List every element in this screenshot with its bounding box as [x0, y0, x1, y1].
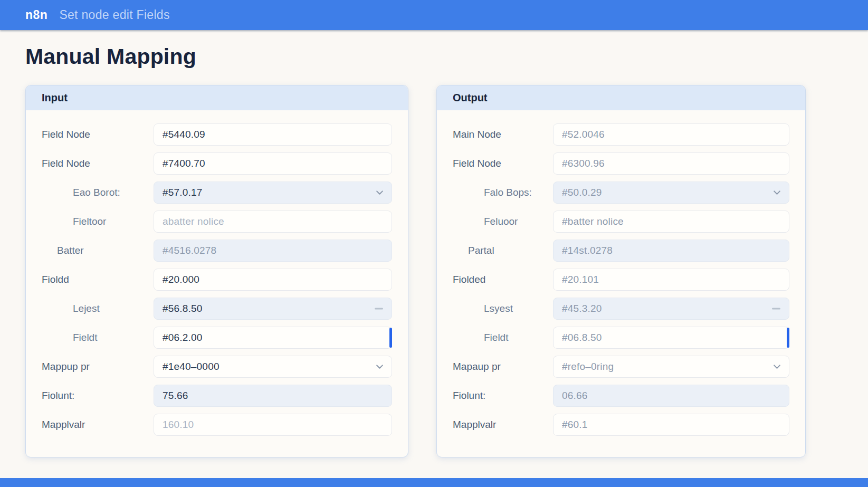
field-value: 160.10 [163, 419, 194, 431]
field-row: Lsyest#45.3.20 [453, 298, 789, 320]
field-row: Eao Borot:#57.0.17 [42, 182, 392, 204]
focus-caret [389, 328, 392, 348]
output-panel-title: Output [453, 92, 488, 104]
field-value: #refo–0ring [562, 361, 614, 373]
footer-bar [0, 478, 868, 487]
field-value: #6300.96 [562, 158, 605, 169]
field-row: Mapplvalr160.10 [42, 414, 392, 436]
text-input[interactable]: #5440.09 [154, 123, 392, 146]
field-value: #5440.09 [163, 129, 205, 140]
field-label: Falo Bops: [453, 187, 553, 198]
stepper-input[interactable]: #56.8.50 [154, 298, 392, 320]
field-row: Field Node#7400.70 [42, 152, 392, 175]
select-input[interactable]: #refo–0ring [553, 356, 789, 378]
field-row: Mapplvalr#60.1 [453, 414, 789, 436]
stepper-input[interactable]: #45.3.20 [553, 298, 789, 320]
text-input[interactable]: 160.10 [154, 414, 392, 436]
brand-logo: n8n [25, 8, 47, 22]
text-input[interactable]: #20.101 [553, 269, 789, 291]
disabled-input: #4516.0278 [154, 240, 392, 262]
field-row: Field Node#5440.09 [42, 123, 392, 146]
text-input[interactable]: abatter nolice [154, 211, 392, 233]
field-value: #56.8.50 [163, 303, 203, 314]
disabled-input: 06.66 [553, 385, 789, 407]
input-panel-title: Input [42, 92, 68, 104]
select-input[interactable]: #57.0.17 [154, 182, 392, 204]
field-value: #20.000 [163, 274, 199, 285]
input-panel: Input Field Node#5440.09Field Node#7400.… [25, 85, 408, 457]
field-label: Fieldt [42, 332, 154, 343]
field-value: #50.0.29 [562, 187, 602, 198]
page-title: Manual Mapping [25, 44, 868, 69]
chevron-down-icon[interactable] [772, 188, 782, 198]
field-row: Fieldt#06.8.50 [453, 327, 789, 349]
focus-caret [787, 328, 789, 348]
field-value: 06.66 [562, 390, 588, 402]
chevron-down-icon[interactable] [375, 362, 385, 372]
chevron-down-icon[interactable] [772, 362, 782, 372]
input-panel-header: Input [26, 85, 408, 110]
text-input[interactable]: #06.8.50 [553, 327, 789, 349]
field-value: #14st.0278 [562, 245, 613, 256]
field-label: Partal [453, 245, 553, 256]
field-row: Fioldd#20.000 [42, 269, 392, 291]
field-label: Fiolded [453, 274, 553, 285]
field-row: Mappup pr#1e40–0000 [42, 356, 392, 378]
field-label: Mapplvalr [42, 419, 154, 431]
field-value: 75.66 [163, 390, 188, 402]
field-row: Fiolunt:06.66 [453, 385, 789, 407]
field-row: Falo Bops:#50.0.29 [453, 182, 789, 204]
text-input[interactable]: #batter nolice [553, 211, 789, 233]
field-label: Main Node [453, 129, 553, 140]
field-label: Lejest [42, 303, 154, 314]
output-panel-header: Output [437, 85, 805, 110]
field-value: #52.0046 [562, 129, 605, 140]
text-input[interactable]: #60.1 [553, 414, 789, 436]
disabled-input: #14st.0278 [553, 240, 789, 262]
minus-icon [772, 308, 780, 310]
text-input[interactable]: #06.2.00 [154, 327, 392, 349]
field-value: #4516.0278 [163, 245, 216, 256]
field-value: #57.0.17 [163, 187, 203, 198]
field-label: Fieltoor [42, 216, 154, 227]
text-input[interactable]: #6300.96 [553, 152, 789, 175]
field-value: #06.8.50 [562, 332, 602, 343]
field-label: Field Node [42, 158, 154, 169]
field-row: Fieldt#06.2.00 [42, 327, 392, 349]
minus-icon [375, 308, 383, 310]
field-label: Lsyest [453, 303, 553, 314]
output-panel-body: Main Node#52.0046Field Node#6300.96Falo … [437, 110, 805, 457]
field-value: #60.1 [562, 419, 588, 431]
field-label: Fieldt [453, 332, 553, 343]
field-label: Feluoor [453, 216, 553, 227]
field-value: #1e40–0000 [163, 361, 220, 373]
field-label: Mappup pr [42, 361, 154, 373]
field-row: Feluoor#batter nolice [453, 211, 789, 233]
field-label: Fiolunt: [453, 390, 553, 402]
field-value: #batter nolice [562, 216, 624, 227]
output-panel: Output Main Node#52.0046Field Node#6300.… [436, 85, 806, 457]
field-label: Field Node [42, 129, 154, 140]
select-input[interactable]: #50.0.29 [553, 182, 789, 204]
field-row: Mapaup pr#refo–0ring [453, 356, 789, 378]
field-label: Fioldd [42, 274, 154, 285]
chevron-down-icon[interactable] [375, 188, 385, 198]
text-input[interactable]: #7400.70 [154, 152, 392, 175]
field-label: Eao Borot: [42, 187, 154, 198]
field-value: #06.2.00 [163, 332, 203, 343]
field-row: Batter#4516.0278 [42, 240, 392, 262]
field-row: Lejest#56.8.50 [42, 298, 392, 320]
field-value: #7400.70 [163, 158, 205, 169]
input-panel-body: Field Node#5440.09Field Node#7400.70Eao … [26, 110, 408, 457]
field-value: #45.3.20 [562, 303, 602, 314]
text-input[interactable]: #52.0046 [553, 123, 789, 146]
mapping-panels: Input Field Node#5440.09Field Node#7400.… [25, 85, 868, 457]
text-input[interactable]: #20.000 [154, 269, 392, 291]
field-row: Field Node#6300.96 [453, 152, 789, 175]
field-row: Fiolunt:75.66 [42, 385, 392, 407]
disabled-input: 75.66 [154, 385, 392, 407]
select-input[interactable]: #1e40–0000 [154, 356, 392, 378]
header-title: Set node edit Fields [59, 8, 169, 22]
field-row: Partal#14st.0278 [453, 240, 789, 262]
field-label: Mapplvalr [453, 419, 553, 431]
